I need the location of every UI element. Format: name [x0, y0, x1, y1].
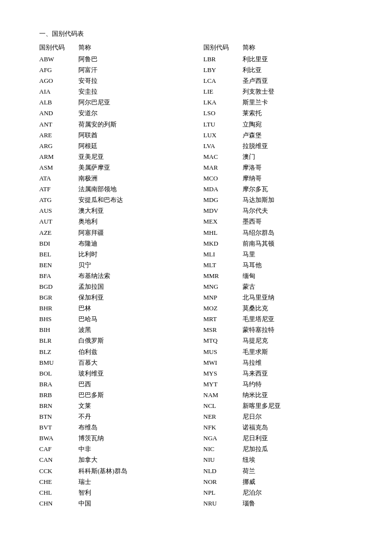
country-name: 澳大利亚 [78, 205, 189, 216]
country-name: 布维岛 [78, 422, 189, 433]
table-row: BEL比利时 [39, 249, 189, 260]
country-code: BHS [39, 314, 78, 325]
country-code: BRA [39, 379, 78, 390]
country-name: 阿塞拜疆 [78, 227, 189, 238]
table-row: AUS澳大利亚 [39, 205, 189, 216]
country-code: AUS [39, 205, 78, 216]
country-code: BGR [39, 292, 78, 303]
country-code: BIH [39, 325, 78, 335]
country-name: 摩纳哥 [243, 173, 353, 184]
country-code: AGO [39, 76, 78, 86]
table-row: ALB阿尔巴尼亚 [39, 97, 189, 108]
country-code: MRT [203, 314, 243, 325]
table-row: BFA布基纳法索 [39, 271, 189, 281]
country-name: 中非 [78, 444, 189, 454]
country-code: BGD [39, 281, 78, 292]
table-row: LBY利比亚 [203, 65, 353, 76]
table-row: CHE瑞士 [39, 477, 189, 487]
country-code: NPL [203, 487, 243, 498]
country-code: MNG [203, 281, 243, 292]
country-code: NAM [203, 390, 243, 401]
country-name: 比利时 [78, 249, 189, 260]
country-code: MDG [203, 195, 243, 205]
country-name: 马尔代夫 [243, 205, 353, 216]
table-row: MYS马来西亚 [203, 368, 353, 379]
country-code: BLZ [39, 347, 78, 357]
table-row: LBR利比里亚 [203, 54, 353, 65]
table-row: AFG阿富汗 [39, 65, 189, 76]
table-row: ATG安提瓜和巴布达 [39, 195, 189, 205]
country-code: BDI [39, 238, 78, 249]
page-title: 一、国别代码表 [39, 29, 353, 38]
table-row: NRU瑙鲁 [203, 498, 353, 509]
table-row: AND安道尔 [39, 108, 189, 119]
table-row: MNP北马里亚纳 [203, 292, 353, 303]
table-row: MOZ莫桑比克 [203, 303, 353, 314]
country-code: NIU [203, 454, 243, 465]
country-code: BRB [39, 390, 78, 401]
country-code: ATF [39, 184, 78, 195]
table-row: NIU纽埃 [203, 454, 353, 465]
country-code: ABW [39, 54, 78, 65]
country-name: 马达加斯加 [243, 195, 353, 205]
table-row: NIC尼加拉瓜 [203, 444, 353, 454]
table-row: CHL智利 [39, 487, 189, 498]
table-row: BHR巴林 [39, 303, 189, 314]
country-name: 蒙特塞拉特 [243, 325, 353, 335]
country-name: 莫桑比克 [243, 303, 353, 314]
country-code: AFG [39, 65, 78, 76]
country-name: 拉脱维亚 [243, 141, 353, 151]
right-column: 国别代码 简称 LBR利比里亚LBY利比亚LCA圣卢西亚LIE列支敦士登LKA斯… [203, 43, 353, 509]
country-name: 马耳他 [243, 260, 353, 271]
country-name: 列支敦士登 [243, 86, 353, 97]
country-name: 安圭拉 [78, 86, 189, 97]
table-row: LSO莱索托 [203, 108, 353, 119]
table-row: BLZ伯利兹 [39, 347, 189, 357]
country-name: 澳门 [243, 151, 353, 162]
country-name: 瑞士 [78, 477, 189, 487]
table-row: BLR白俄罗斯 [39, 335, 189, 346]
table-row: MAR摩洛哥 [203, 162, 353, 173]
country-code: ATA [39, 173, 78, 184]
country-name: 巴巴多斯 [78, 390, 189, 401]
country-code: MMR [203, 271, 243, 281]
table-row: BTN不丹 [39, 411, 189, 422]
table-row: ABW阿鲁巴 [39, 54, 189, 65]
table-row: AUT奥地利 [39, 216, 189, 227]
right-header: 国别代码 简称 [203, 43, 353, 52]
right-data-rows: LBR利比里亚LBY利比亚LCA圣卢西亚LIE列支敦士登LKA斯里兰卡LSO莱索… [203, 54, 353, 509]
country-name: 法属南部领地 [78, 184, 189, 195]
country-code: BEN [39, 260, 78, 271]
table-row: BOL玻利维亚 [39, 368, 189, 379]
country-code: LBR [203, 54, 243, 65]
table-row: AIA安圭拉 [39, 86, 189, 97]
country-name: 莱索托 [243, 108, 353, 119]
country-code: NGA [203, 433, 243, 444]
country-code: LUX [203, 130, 243, 141]
table-row: ARG阿根廷 [39, 141, 189, 151]
country-name: 瑙鲁 [243, 498, 353, 509]
country-name: 尼加拉瓜 [243, 444, 353, 454]
country-name: 毛里求斯 [243, 347, 353, 357]
country-code: CHL [39, 487, 78, 498]
country-code: ALB [39, 97, 78, 108]
country-code: MOZ [203, 303, 243, 314]
country-code: MSR [203, 325, 243, 335]
country-name: 阿根廷 [78, 141, 189, 151]
table-row: MHL马绍尔群岛 [203, 227, 353, 238]
country-code: MHL [203, 227, 243, 238]
country-code: BHR [39, 303, 78, 314]
country-code: NCL [203, 401, 243, 411]
table-row: NPL尼泊尔 [203, 487, 353, 498]
country-name: 阿富汗 [78, 65, 189, 76]
country-name: 阿尔巴尼亚 [78, 97, 189, 108]
country-code: BFA [39, 271, 78, 281]
country-code: LCA [203, 76, 243, 86]
country-name: 纽埃 [243, 454, 353, 465]
left-header-name: 简称 [78, 43, 189, 52]
country-name: 南极洲 [78, 173, 189, 184]
country-name: 利比亚 [243, 65, 353, 76]
country-name: 利比里亚 [243, 54, 353, 65]
table-row: BGD孟加拉国 [39, 281, 189, 292]
country-code: BLR [39, 335, 78, 346]
